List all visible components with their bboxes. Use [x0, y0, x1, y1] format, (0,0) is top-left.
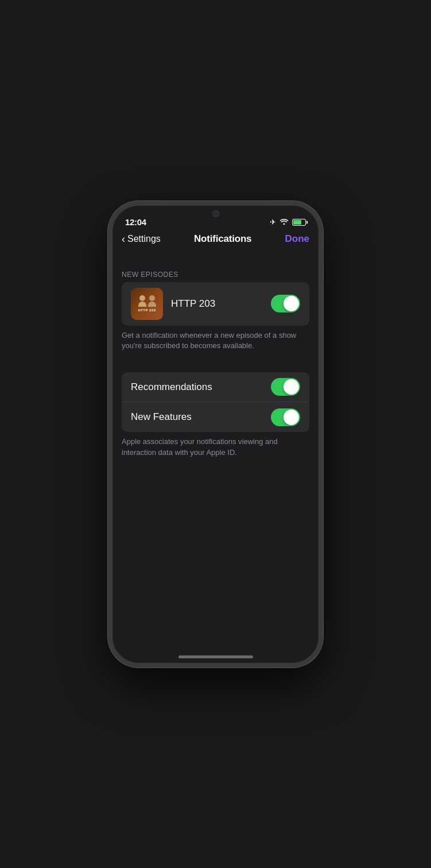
status-time: 12:04 [125, 217, 146, 227]
page-title: Notifications [194, 233, 251, 245]
battery-indicator [292, 219, 306, 226]
new-features-toggle[interactable] [271, 408, 300, 426]
toggle-knob-2 [284, 379, 299, 395]
phone-frame: 12:04 ✈ ‹ Settings Notifications Don [108, 201, 323, 668]
home-indicator[interactable] [178, 655, 253, 658]
recommendations-label: Recommendations [131, 381, 271, 393]
back-chevron-icon: ‹ [122, 233, 125, 245]
new-episodes-label: NEW EPISODES [112, 271, 319, 282]
new-episodes-section: HTTP 203 HTTP 203 [122, 282, 309, 326]
back-button[interactable]: ‹ Settings [122, 233, 161, 245]
back-label: Settings [127, 234, 161, 244]
http203-item: HTTP 203 HTTP 203 [122, 282, 309, 326]
status-icons: ✈ [270, 218, 306, 226]
content-area: NEW EPISODES [112, 250, 319, 470]
general-section: Recommendations New Features [122, 372, 309, 432]
volume-down-button[interactable] [108, 344, 108, 380]
new-features-item: New Features [122, 402, 309, 432]
mute-button[interactable] [108, 275, 108, 293]
recommendations-item: Recommendations [122, 372, 309, 402]
toggle-knob-3 [284, 410, 299, 425]
http203-label: HTTP 203 [171, 298, 271, 310]
toggle-knob [284, 296, 299, 311]
nav-bar: ‹ Settings Notifications Done [112, 231, 319, 250]
new-episodes-footer: Get a notification whenever a new episod… [112, 326, 319, 352]
done-button[interactable]: Done [285, 233, 309, 245]
power-button[interactable] [323, 298, 323, 349]
general-footer: Apple associates your notifications view… [112, 432, 319, 458]
airplane-icon: ✈ [270, 218, 276, 226]
volume-up-button[interactable] [108, 300, 108, 337]
http203-toggle[interactable] [271, 295, 300, 313]
top-gap [112, 250, 319, 271]
front-camera [212, 210, 219, 217]
podcast-thumbnail: HTTP 203 [131, 288, 163, 320]
wifi-icon [279, 218, 289, 226]
podcast-label: HTTP 203 [138, 308, 156, 312]
recommendations-toggle[interactable] [271, 378, 300, 396]
notch [173, 206, 259, 222]
mid-gap [112, 352, 319, 372]
new-features-label: New Features [131, 411, 271, 423]
